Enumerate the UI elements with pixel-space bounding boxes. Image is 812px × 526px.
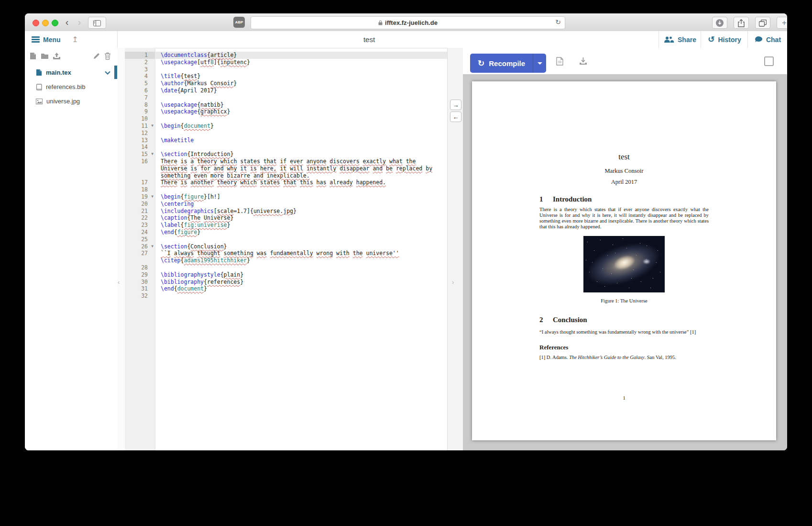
fold-toggle-icon[interactable]: ▼ — [151, 151, 154, 158]
history-button[interactable]: ↺ History — [701, 31, 748, 48]
file-item-main.tex[interactable]: main.tex — [25, 65, 117, 79]
collapse-pdf-panel-icon[interactable]: › — [452, 279, 454, 286]
code-line-2[interactable]: 2\usepackage[utf8]{inputenc} — [125, 59, 447, 66]
code-line-29[interactable]: 29\bibliographystyle{plain} — [125, 271, 447, 279]
code-line-27[interactable]: 27``I always thought something was funda… — [125, 250, 447, 257]
download-pdf-icon[interactable] — [579, 56, 587, 66]
rename-icon[interactable] — [93, 51, 100, 60]
code-line-18[interactable]: 18 — [125, 186, 447, 193]
reference-publisher: . San Val, 1995. — [645, 355, 676, 360]
new-tab-button[interactable]: + — [777, 17, 787, 29]
line-number: 30 — [125, 279, 155, 286]
close-window-button[interactable] — [33, 20, 39, 26]
fold-toggle-icon[interactable]: ▼ — [151, 193, 154, 201]
code-line-8[interactable]: 8\usepackage{natbib} — [125, 101, 447, 109]
line-number: 15▼ — [125, 151, 155, 158]
upload-icon[interactable] — [53, 51, 61, 60]
code-line-23[interactable]: 23\label{fig:univerise} — [125, 222, 447, 229]
back-to-projects-button[interactable]: ↥ — [68, 31, 82, 48]
fold-toggle-icon[interactable]: ▼ — [151, 123, 154, 130]
chat-button[interactable]: Chat — [747, 31, 787, 48]
code-line-10[interactable]: 10 — [125, 115, 447, 123]
code-line-19[interactable]: 19▼\begin{figure}[h!] — [125, 193, 447, 201]
menu-button[interactable]: Menu — [32, 31, 61, 48]
code-line-6[interactable]: 6\date{April 2017} — [125, 87, 447, 94]
code-line-22[interactable]: 22\caption{The Universe} — [125, 214, 447, 222]
code-line-15[interactable]: 15▼\section{Introduction} — [125, 151, 447, 158]
starfield — [583, 236, 584, 236]
code-line-4[interactable]: 4\title{test} — [125, 73, 447, 80]
forward-button[interactable]: › — [73, 15, 86, 29]
code-line-12[interactable]: 12 — [125, 130, 447, 137]
delete-icon[interactable] — [104, 51, 111, 60]
line-number: 28 — [125, 264, 155, 271]
image-file-icon — [36, 98, 43, 105]
project-title: test — [340, 31, 398, 48]
code-line-25[interactable]: 25 — [125, 236, 447, 243]
line-number: 32 — [125, 292, 155, 300]
code-line-26[interactable]: 26▼\section{Conclusion} — [125, 243, 447, 250]
back-button[interactable]: ‹ — [61, 15, 73, 29]
chat-icon — [755, 36, 763, 43]
code-line-31[interactable]: 31\end{document} — [125, 285, 447, 292]
code-text: \end{document} — [155, 285, 447, 292]
code-line-30[interactable]: 30\bibliography{references} — [125, 279, 447, 286]
collapse-file-panel-icon[interactable]: ‹ — [118, 279, 120, 286]
code-line-24[interactable]: 24\end{figure} — [125, 229, 447, 236]
code-line-11[interactable]: 11▼\begin{document} — [125, 123, 447, 130]
code-line-1[interactable]: 1\documentclass{article} — [125, 52, 447, 59]
pdf-toolbar: ↻ Recompile — [463, 48, 787, 74]
share-page-button[interactable] — [734, 17, 749, 29]
code-line-14[interactable]: 14 — [125, 144, 447, 151]
move-pane-right-button[interactable]: → — [450, 100, 461, 110]
new-file-icon[interactable] — [30, 51, 36, 60]
code-line-16[interactable]: 16There is a theory which states that if… — [125, 158, 447, 165]
zoom-window-button[interactable] — [52, 20, 58, 26]
code-line-21[interactable]: 21\includegraphics[scale=1.7]{universe.j… — [125, 208, 447, 215]
reference-authors: [1] D. Adams. — [539, 355, 569, 360]
download-circle-icon — [715, 18, 724, 27]
fullscreen-toggle-icon[interactable] — [764, 56, 774, 66]
address-bar[interactable]: ifftex.fz-juelich.de ↻ — [251, 16, 565, 29]
code-text: \bibliographystyle{plain} — [155, 271, 447, 279]
adblock-extension-icon[interactable]: ABP — [233, 17, 245, 28]
fold-toggle-icon[interactable]: ▼ — [151, 243, 154, 250]
section-number: 2 — [539, 316, 553, 324]
code-editor[interactable]: 1\documentclass{article}2\usepackage[utf… — [125, 52, 447, 300]
companion-galaxy — [643, 259, 650, 264]
code-text: \caption{The Universe} — [155, 214, 447, 222]
pdf-section-introduction: 1Introduction — [539, 195, 709, 203]
code-line-32[interactable]: 32 — [125, 292, 447, 300]
move-pane-left-button[interactable]: ← — [450, 112, 461, 122]
code-line-9[interactable]: 9\usepackage{graphicx} — [125, 108, 447, 115]
view-logs-icon[interactable] — [556, 56, 563, 66]
show-tabs-button[interactable] — [755, 17, 770, 29]
code-line-3[interactable]: 3 — [125, 66, 447, 73]
code-line-5[interactable]: 5\author{Markus Consoir} — [125, 80, 447, 87]
new-folder-icon[interactable] — [41, 51, 49, 60]
minimize-window-button[interactable] — [42, 20, 49, 26]
line-number: 10 — [125, 115, 155, 123]
code-line-20[interactable]: 20\centering — [125, 201, 447, 208]
code-line-16-wrap2[interactable]: something even more bizarre and inexplic… — [125, 172, 447, 179]
file-item-universe.jpg[interactable]: universe.jpg — [25, 94, 117, 108]
code-line-7[interactable]: 7 — [125, 94, 447, 101]
line-number — [125, 172, 155, 179]
code-line-13[interactable]: 13\maketitle — [125, 137, 447, 144]
pdf-preview-pane: ↻ Recompile test Markus Consoir April 20… — [463, 48, 787, 450]
code-line-16-wrap1[interactable]: Universe is for and why it is here, it w… — [125, 165, 447, 172]
code-line-28[interactable]: 28 — [125, 264, 447, 271]
recompile-options-button[interactable] — [533, 54, 546, 73]
code-line-17[interactable]: 17There is another theory which states t… — [125, 179, 447, 186]
recompile-button[interactable]: ↻ Recompile — [470, 54, 533, 73]
sidebar-toggle-button[interactable] — [88, 17, 106, 29]
file-name: universe.jpg — [46, 98, 80, 105]
chevron-down-icon[interactable] — [105, 69, 110, 76]
downloads-button[interactable] — [712, 17, 727, 29]
code-text: \documentclass{article} — [155, 52, 447, 59]
reload-icon[interactable]: ↻ — [555, 18, 561, 26]
code-text: \begin{figure}[h!] — [155, 193, 447, 201]
code-line-27-wrap1[interactable]: \citep{adams1995hitchhiker} — [125, 257, 447, 264]
share-button[interactable]: Share — [658, 31, 701, 48]
file-item-references.bib[interactable]: references.bib — [25, 79, 117, 94]
